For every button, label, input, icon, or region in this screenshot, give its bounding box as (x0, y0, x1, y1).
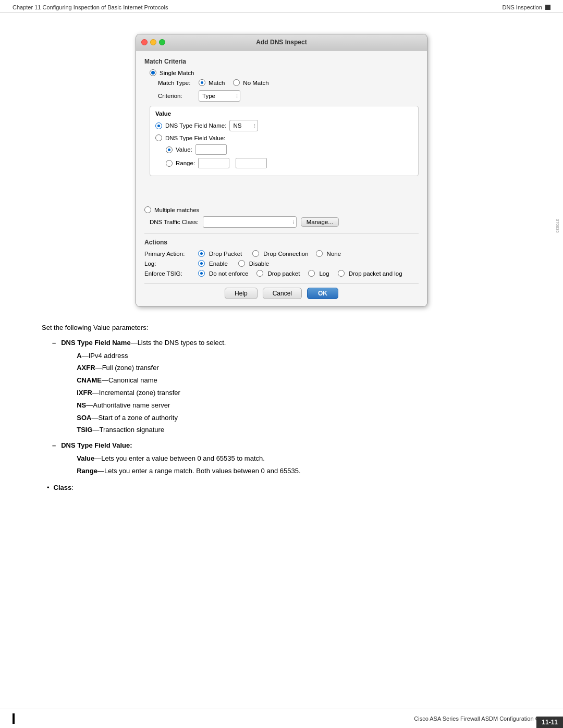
value-sub-row: Value: (166, 144, 413, 155)
none-radio[interactable] (316, 250, 323, 257)
sub-item-value: Value—Lets you enter a value between 0 a… (77, 453, 532, 464)
dialog-title: Add DNS Inspect (256, 39, 307, 46)
ns-select[interactable]: NS (229, 120, 258, 131)
range-radio[interactable] (166, 160, 173, 167)
help-button[interactable]: Help (225, 288, 258, 299)
match-type-label: Match Type: (158, 80, 194, 86)
criterion-select[interactable]: Type (199, 90, 240, 102)
page-number: 11-11 (536, 717, 563, 728)
no-match-radio-row: No Match (233, 79, 268, 86)
multiple-matches-radio[interactable] (144, 206, 151, 213)
header-right: DNS Inspection (503, 4, 550, 10)
dns-type-field-name-label: DNS Type Field Name: (165, 122, 226, 129)
header-left-text: Chapter 11 Configuring Inspection of Bas… (13, 4, 168, 10)
match-label: Match (209, 80, 225, 86)
no-match-label: No Match (243, 80, 268, 86)
sub-item-range: Range—Lets you enter a range match. Both… (77, 466, 532, 477)
enforce-tsig-row: Enforce TSIG: Do not enforce Drop packet… (144, 270, 419, 277)
bullet-dns-type-field-name: – DNS Type Field Name—Lists the DNS type… (52, 338, 532, 437)
do-not-enforce-radio[interactable] (198, 270, 205, 277)
minimize-button[interactable] (150, 39, 156, 45)
multiple-matches-section: Multiple matches DNS Traffic Class: Mana… (144, 206, 419, 228)
drop-connection-radio[interactable] (252, 250, 259, 257)
page-header: Chapter 11 Configuring Inspection of Bas… (0, 0, 563, 13)
value-sub-radio[interactable] (166, 146, 173, 153)
log-enforce-radio[interactable] (308, 270, 315, 277)
drop-packet-label: Drop Packet (209, 251, 242, 257)
log-enforce-label: Log (319, 270, 329, 277)
range-input-1[interactable] (198, 158, 229, 168)
match-criteria-section-title: Match Criteria (144, 58, 419, 65)
header-right-text: DNS Inspection (503, 4, 542, 10)
sub-item-axfr: AXFR—Full (zone) transfer (77, 363, 532, 374)
primary-action-row: Primary Action: Drop Packet Drop Connect… (144, 250, 419, 257)
dialog-buttons: Help Cancel OK (144, 283, 419, 299)
value-title: Value (155, 110, 413, 117)
multiple-matches-row: Multiple matches (144, 206, 419, 213)
sub-item-soa: SOA—Start of a zone of authority (77, 413, 532, 424)
dns-field-value-bold: DNS Type Field Value: (61, 441, 132, 449)
close-button[interactable] (141, 39, 148, 45)
criterion-label: Criterion: (158, 93, 194, 99)
value-input[interactable] (195, 144, 227, 155)
match-type-row: Match Type: Match No Match (158, 79, 419, 86)
multiple-matches-label: Multiple matches (154, 207, 199, 213)
match-radio[interactable] (199, 79, 205, 86)
dns-type-field-name-radio[interactable] (155, 122, 162, 129)
enforce-tsig-label: Enforce TSIG: (144, 270, 194, 277)
class-label: Class: (54, 483, 74, 493)
value-sub-label: Value: (176, 146, 192, 153)
sub-item-a: A—IPv4 address (77, 351, 532, 362)
cancel-button[interactable]: Cancel (263, 288, 302, 299)
single-match-radio[interactable] (150, 69, 156, 76)
match-radio-row: Match (199, 79, 225, 86)
sub-item-ixfr: IXFR—Incremental (zone) transfer (77, 388, 532, 399)
manage-button[interactable]: Manage... (301, 217, 339, 227)
criterion-row: Criterion: Type (158, 90, 419, 102)
sub-item-cname: CNAME—Canonical name (77, 375, 532, 386)
do-not-enforce-label: Do not enforce (209, 270, 248, 277)
actions-title: Actions (144, 239, 419, 246)
maximize-button[interactable] (159, 39, 165, 45)
ok-button[interactable]: OK (307, 288, 338, 299)
page-footer: Cisco ASA Series Firewall ASDM Configura… (0, 709, 563, 728)
dialog-titlebar: Add DNS Inspect (136, 34, 427, 51)
no-match-radio[interactable] (233, 79, 240, 86)
sub-item-tsig: TSIG—Transaction signature (77, 425, 532, 436)
single-match-label: Single Match (160, 70, 194, 76)
single-match-row: Single Match (150, 69, 419, 76)
header-square-icon (545, 5, 550, 10)
drop-connection-label: Drop Connection (263, 251, 308, 257)
log-label: Log: (144, 261, 194, 267)
dialog-body: Match Criteria Single Match Match Type: … (136, 51, 427, 306)
dns-traffic-class-select[interactable] (203, 216, 297, 228)
sub-items-2: Value—Lets you enter a value between 0 a… (61, 453, 532, 477)
footer-right-text: Cisco ASA Series Firewall ASDM Configura… (414, 715, 550, 722)
bullet-dash-2: – (52, 440, 56, 478)
drop-packet-and-log-radio[interactable] (338, 270, 345, 277)
drop-packet-enforce-label: Drop packet (267, 270, 300, 277)
dns-traffic-class-row: DNS Traffic Class: Manage... (150, 216, 419, 228)
ns-value: NS (233, 122, 241, 129)
disable-label: Disable (249, 261, 269, 267)
log-row: Log: Enable Disable (144, 260, 419, 267)
dns-type-field-name-row: DNS Type Field Name: NS (155, 120, 413, 131)
value-section: Value DNS Type Field Name: NS DNS Type F… (150, 106, 419, 176)
range-input-2[interactable] (236, 158, 267, 168)
spacer (144, 180, 419, 201)
drop-packet-and-log-label: Drop packet and log (349, 270, 402, 277)
bullet-section: – DNS Type Field Name—Lists the DNS type… (52, 338, 532, 478)
footer-left-bar (13, 713, 15, 724)
enable-radio[interactable] (198, 260, 205, 267)
dns-type-field-value-label: DNS Type Field Value: (165, 135, 225, 141)
drop-packet-enforce-radio[interactable] (256, 270, 263, 277)
range-row: Range: (166, 158, 413, 168)
class-bullet-item: • Class: (47, 483, 532, 493)
drop-packet-radio[interactable] (198, 250, 205, 257)
dns-type-field-value-radio[interactable] (155, 134, 162, 141)
primary-action-label: Primary Action: (144, 251, 194, 257)
disable-radio[interactable] (238, 260, 245, 267)
range-label: Range: (176, 160, 195, 166)
bullet-dns-type-field-value: – DNS Type Field Value: Value—Lets you e… (52, 440, 532, 478)
enable-label: Enable (209, 261, 228, 267)
